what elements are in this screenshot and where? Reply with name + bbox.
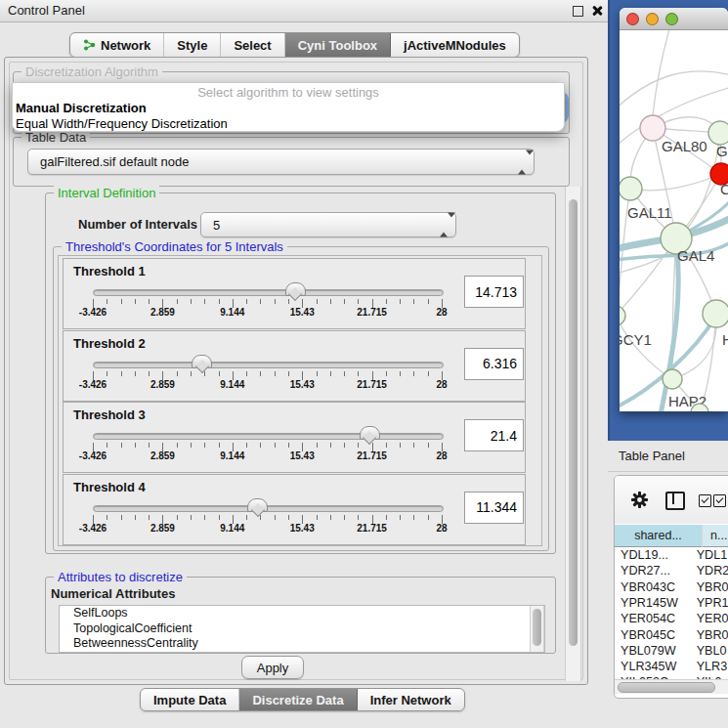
- attribute-item[interactable]: SelfLoops: [60, 606, 544, 621]
- network-window-titlebar: [620, 8, 728, 30]
- algorithm-option-equal-width[interactable]: Equal Width/Frequency Discretization: [13, 116, 564, 132]
- table-row[interactable]: YDL19...YDL1: [615, 547, 728, 563]
- thresholds-viewport: Threshold 1-3.4262.8599.14415.4321.71528…: [58, 255, 542, 546]
- threshold-4-panel: Threshold 4-3.4262.8599.14415.4321.71528…: [63, 474, 526, 545]
- attribute-item[interactable]: TopologicalCoefficient: [60, 621, 544, 637]
- close-panel-icon[interactable]: [591, 5, 603, 17]
- scale-label: 15.43: [278, 450, 326, 461]
- interval-definition-group: Interval Definition Number of Intervals …: [45, 193, 556, 554]
- threshold-slider-thumb[interactable]: [285, 282, 306, 296]
- table-data-group: Table Data galFiltered.sif default node: [13, 137, 570, 187]
- apply-button[interactable]: Apply: [241, 656, 304, 679]
- cell-name: YDL1: [687, 547, 728, 563]
- algorithm-option-manual[interactable]: Manual Discretization: [13, 101, 564, 116]
- unselect-all-columns-icon[interactable]: [713, 494, 726, 507]
- table-data-combo[interactable]: galFiltered.sif default node: [27, 149, 535, 175]
- close-window-icon[interactable]: [626, 13, 639, 25]
- tab-cyni-toolbox[interactable]: Cyni Toolbox: [285, 33, 391, 57]
- scale-label: -3.426: [68, 523, 117, 534]
- table-row[interactable]: YBR045CYBR0: [615, 627, 728, 643]
- numerical-attributes-list: SelfLoopsTopologicalCoefficientBetweenne…: [59, 605, 545, 653]
- threshold-slider-track[interactable]: [93, 362, 444, 368]
- scale-label: 21.715: [348, 523, 397, 534]
- scale-label: 21.715: [348, 450, 397, 461]
- table-row[interactable]: YER054CYER0: [615, 611, 728, 626]
- table-row[interactable]: YBL079WYBL0: [615, 643, 728, 659]
- gal11-node[interactable]: [620, 177, 642, 200]
- tab-jactivemnodules[interactable]: jActiveMNodules: [391, 33, 519, 57]
- gcy1-node-label: GCY1: [620, 331, 652, 348]
- thresholds-group: Threshold's Coordinates for 5 Intervals …: [53, 246, 549, 551]
- gcy1-node[interactable]: [620, 306, 625, 325]
- tab-style[interactable]: Style: [164, 33, 221, 57]
- cell-name: YER0: [687, 611, 728, 626]
- threshold-label: Threshold 1: [73, 264, 146, 278]
- gal4-node-label: GAL4: [677, 247, 714, 264]
- threshold-slider-track[interactable]: [93, 289, 444, 296]
- cell-name: YBR0: [687, 579, 728, 595]
- gal-node[interactable]: [708, 121, 728, 145]
- column-header-name[interactable]: n...: [703, 525, 728, 547]
- column-header-shared-name[interactable]: shared...: [615, 525, 703, 547]
- numerical-attributes-label: Numerical Attributes: [51, 586, 175, 601]
- split-columns-icon[interactable]: [665, 492, 685, 510]
- table-hscrollbar-thumb[interactable]: [618, 682, 715, 693]
- float-panel-icon[interactable]: [573, 6, 583, 17]
- attribute-item[interactable]: BetweennessCentrality: [60, 636, 544, 652]
- combo-stepper-icon[interactable]: [440, 218, 448, 233]
- select-all-columns-icon[interactable]: [699, 494, 711, 507]
- panel-scrollbar[interactable]: [565, 187, 581, 681]
- threshold-3-panel: Threshold 3-3.4262.8599.14415.4321.71528…: [63, 402, 526, 473]
- attributes-group-title: Attributes to discretize: [54, 570, 187, 584]
- screen: Control Panel NetworkStyleSelectCyni Too…: [0, 0, 728, 728]
- control-panel-title: Control Panel: [8, 3, 85, 18]
- combo-stepper-icon[interactable]: [518, 154, 526, 169]
- algorithm-dropdown-popup: Select algorithm to view settings Manual…: [12, 82, 565, 132]
- tab-network[interactable]: Network: [70, 33, 164, 57]
- threshold-slider-thumb[interactable]: [247, 498, 268, 512]
- table-toolbar: [615, 476, 728, 524]
- threshold-value-field[interactable]: 11.344: [464, 492, 524, 524]
- panel-scrollbar-thumb[interactable]: [569, 199, 578, 646]
- h-node[interactable]: [703, 300, 728, 327]
- tab-label: jActiveMNodules: [404, 38, 506, 53]
- table-hscrollbar[interactable]: [615, 679, 728, 694]
- gear-icon[interactable]: [630, 491, 649, 509]
- threshold-slider-track[interactable]: [93, 505, 444, 512]
- cell-shared-name: YDL19...: [615, 547, 687, 563]
- threshold-slider-thumb[interactable]: [192, 355, 212, 368]
- threshold-value-field[interactable]: 21.4: [464, 419, 524, 451]
- cell-name: YBL0: [687, 643, 728, 659]
- table-rows: YDL19...YDL1YDR27...YDR2YBR043CYBR0YPR14…: [615, 547, 728, 679]
- algorithm-placeholder: Select algorithm to view settings: [13, 83, 564, 101]
- table-row[interactable]: YPR145WYPR1: [615, 595, 728, 611]
- attributes-group: Attributes to discretize Numerical Attri…: [45, 577, 556, 654]
- threshold-value-field[interactable]: 6.316: [464, 348, 524, 380]
- threshold-slider-track[interactable]: [93, 433, 444, 440]
- cell-name: YLR3: [687, 659, 728, 674]
- attributes-scrollbar[interactable]: [530, 606, 544, 652]
- number-of-intervals-combo[interactable]: 5: [200, 212, 456, 237]
- tab-label: Cyni Toolbox: [298, 38, 377, 53]
- attributes-scrollbar-thumb[interactable]: [533, 609, 541, 646]
- minimize-window-icon[interactable]: [646, 13, 659, 25]
- tab-discretize-data[interactable]: Discretize Data: [239, 689, 357, 710]
- threshold-value-field[interactable]: 14.713: [464, 276, 524, 308]
- scale-label: 21.715: [348, 379, 397, 390]
- scale-label: 15.43: [278, 523, 326, 534]
- cell-shared-name: YBL079W: [615, 643, 687, 659]
- table-row[interactable]: YDR27...YDR2: [615, 563, 728, 578]
- table-row[interactable]: YLR345WYLR3: [615, 659, 728, 674]
- threshold-slider-thumb[interactable]: [360, 426, 380, 440]
- tab-select[interactable]: Select: [221, 33, 284, 57]
- table-row[interactable]: YBR043CYBR0: [615, 579, 728, 595]
- network-canvas[interactable]: GAL80GCGAL11GAL4GCY1HHAP2: [620, 30, 728, 411]
- tab-label: Style: [177, 38, 207, 53]
- tab-label: Impute Data: [153, 693, 226, 707]
- zoom-window-icon[interactable]: [665, 13, 678, 25]
- network-window: GAL80GCGAL11GAL4GCY1HHAP2: [620, 8, 728, 411]
- scale-label: 28: [417, 379, 466, 390]
- tab-impute-data[interactable]: Impute Data: [141, 689, 239, 710]
- hap2-node[interactable]: [663, 369, 682, 389]
- tab-infer-network[interactable]: Infer Network: [358, 689, 464, 710]
